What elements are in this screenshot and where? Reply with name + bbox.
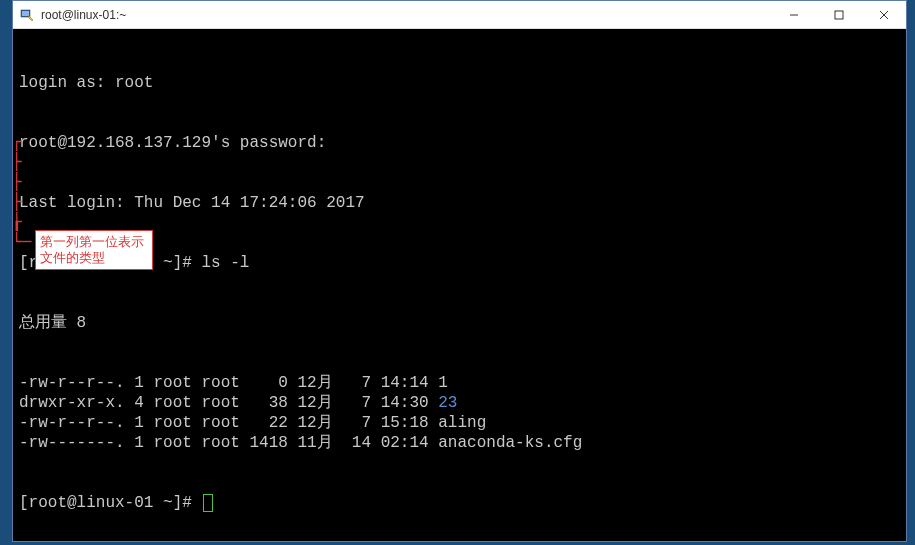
annotation-bracket-3: ├ — [13, 172, 22, 192]
maximize-button[interactable] — [816, 1, 861, 28]
annotation-bracket-1: ┌ — [13, 132, 22, 152]
putty-window: root@linux-01:~ login as: root root@192.… — [12, 0, 907, 542]
annotation-line: └─ — [13, 232, 31, 252]
annotation-bracket-5: ┟ — [13, 212, 22, 232]
close-button[interactable] — [861, 1, 906, 28]
ls-row: drwxr-xr-x. 4 root root 38 12月 7 14:30 2… — [19, 393, 900, 413]
file-name: 1 — [438, 374, 448, 392]
login-prompt: login as: root — [19, 73, 900, 93]
file-name: anaconda-ks.cfg — [438, 434, 582, 452]
file-name: aling — [438, 414, 486, 432]
file-name: 23 — [438, 394, 457, 412]
window-title: root@linux-01:~ — [41, 8, 771, 22]
annotation-bracket-2: ├ — [13, 152, 22, 172]
ls-output: -rw-r--r--. 1 root root 0 12月 7 14:14 1d… — [19, 373, 900, 453]
titlebar[interactable]: root@linux-01:~ — [13, 1, 906, 29]
annotation-label: 第一列第一位表示 文件的类型 — [35, 230, 153, 270]
cursor-icon — [203, 494, 213, 512]
ls-row: -rw-r--r--. 1 root root 0 12月 7 14:14 1 — [19, 373, 900, 393]
app-icon — [19, 7, 35, 23]
svg-rect-3 — [835, 11, 843, 19]
minimize-button[interactable] — [771, 1, 816, 28]
last-login: Last login: Thu Dec 14 17:24:06 2017 — [19, 193, 900, 213]
annotation-bracket-4: ├ — [13, 192, 22, 212]
total-line: 总用量 8 — [19, 313, 900, 333]
ls-row: -rw-------. 1 root root 1418 11月 14 02:1… — [19, 433, 900, 453]
password-prompt: root@192.168.137.129's password: — [19, 133, 900, 153]
svg-rect-1 — [22, 11, 29, 16]
terminal[interactable]: login as: root root@192.168.137.129's pa… — [13, 29, 906, 541]
ls-row: -rw-r--r--. 1 root root 22 12月 7 15:18 a… — [19, 413, 900, 433]
window-controls — [771, 1, 906, 28]
prompt-line-2: [root@linux-01 ~]# — [19, 493, 900, 513]
